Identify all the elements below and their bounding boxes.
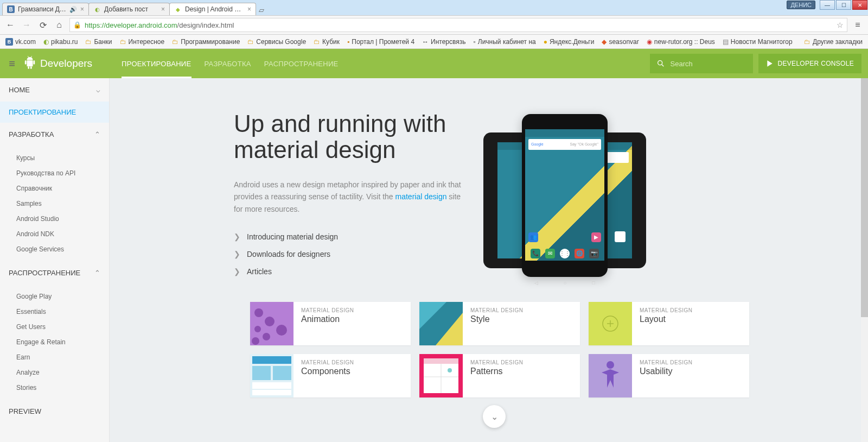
brand[interactable]: Developers [24, 55, 92, 72]
chrome-menu-button[interactable]: ≡ [852, 20, 864, 30]
app-icon: ✉ [545, 249, 555, 258]
sidebar-item[interactable]: Android Studio [0, 211, 109, 226]
nav-design[interactable]: ПРОЕКТИРОВАНИЕ [122, 49, 191, 78]
svg-line-8 [662, 65, 663, 66]
pikabu-icon: ◐ [93, 5, 101, 13]
developer-console-button[interactable]: DEVELOPER CONSOLE [758, 54, 861, 73]
minimize-button[interactable]: — [820, 0, 835, 10]
sidebar-home[interactable]: HOME ⌵ [0, 78, 109, 102]
bookmark-item[interactable]: ◆seasonvar [599, 37, 641, 47]
sidebar-item[interactable]: Earn [0, 350, 109, 365]
sidebar-item[interactable]: Android NDK [0, 226, 109, 242]
hero-link[interactable]: ❯Downloads for designers [234, 245, 467, 263]
browser-tab-active[interactable]: ◆ Design | Android Develop × [169, 3, 256, 15]
sidebar-distribute-head[interactable]: РАСПРОСТРАНЕНИЕ ⌃ [0, 261, 109, 285]
maximize-button[interactable]: ☐ [836, 0, 851, 10]
page-icon: ▪ [347, 38, 349, 46]
sidebar-active-item[interactable]: ПРОЕКТИРОВАНИЕ [0, 102, 109, 123]
hero-link[interactable]: ❯Articles [234, 263, 467, 280]
svg-rect-31 [424, 358, 458, 364]
hero-link[interactable]: ❯Introducing material design [234, 228, 467, 245]
reload-button[interactable]: ⟳ [37, 19, 49, 31]
forward-button[interactable]: → [21, 19, 33, 31]
sidebar-item[interactable]: Analyze [0, 365, 109, 380]
chevron-right-icon: ❯ [234, 267, 240, 276]
material-design-link[interactable]: material design [395, 192, 447, 201]
browser-tab[interactable]: ◐ Добавить пост × [88, 3, 170, 15]
card-components[interactable]: MATERIAL DESIGNComponents [250, 354, 411, 397]
site-header: ≡ Developers ПРОЕКТИРОВАНИЕ РАЗРАБОТКА Р… [0, 49, 868, 78]
close-button[interactable]: ✕ [852, 0, 867, 10]
browser-tab[interactable]: B Грамзаписи Дениса С 🔊 × [2, 3, 89, 15]
sidebar-item[interactable]: Курсы [0, 150, 109, 166]
card-patterns[interactable]: MATERIAL DESIGNPatterns [419, 354, 580, 397]
tab-close-icon[interactable]: × [80, 5, 84, 13]
card-usability[interactable]: MATERIAL DESIGNUsability [589, 354, 749, 397]
hero-title: Up and running with material design [234, 111, 467, 163]
app-icon: ⋮⋮ [560, 249, 570, 258]
bookmark-item[interactable]: ◉new-rutor.org :: Deus [644, 37, 717, 47]
nav-develop[interactable]: РАЗРАБОТКА [205, 49, 251, 78]
bookmark-item[interactable]: 🗀Банки [83, 37, 114, 47]
sidebar-item[interactable]: Essentials [0, 304, 109, 319]
bookmark-item[interactable]: Bvk.com [3, 37, 38, 47]
bookmark-item[interactable]: ▫Личный кабинет на [471, 37, 538, 47]
search-box[interactable]: Search [650, 54, 753, 73]
sidebar-item[interactable]: Google Play [0, 289, 109, 304]
scrollbar-thumb[interactable] [861, 78, 868, 317]
svg-point-10 [254, 308, 263, 317]
sidebar: HOME ⌵ ПРОЕКТИРОВАНИЕ РАЗРАБОТКА ⌃ Курсы… [0, 49, 110, 442]
tab-close-icon[interactable]: × [161, 5, 165, 13]
sidebar-preview[interactable]: PREVIEW [0, 400, 109, 423]
folder-icon: 🗀 [120, 38, 126, 46]
scroll-down-button[interactable]: ⌄ [483, 405, 506, 428]
bookmark-item[interactable]: ▪Портал | Прометей 4 [345, 37, 417, 47]
page-icon: ▫ [474, 38, 476, 46]
card-layout[interactable]: MATERIAL DESIGNLayout [589, 302, 749, 345]
browser-tabs: B Грамзаписи Дениса С 🔊 × ◐ Добавить пос… [0, 0, 868, 15]
card-animation[interactable]: MATERIAL DESIGNAnimation [250, 302, 411, 345]
sidebar-item[interactable]: Справочник [0, 181, 109, 196]
home-button[interactable]: ⌂ [53, 19, 65, 31]
sidebar-develop-head[interactable]: РАЗРАБОТКА ⌃ [0, 123, 109, 146]
bookmarks-bar: Bvk.com ◐pikabu.ru 🗀Банки 🗀Интересное 🗀П… [0, 35, 868, 49]
sidebar-item[interactable]: Samples [0, 196, 109, 211]
svg-point-14 [263, 333, 270, 340]
bookmark-item[interactable]: 🗀Программирование [170, 37, 242, 47]
address-bar[interactable]: 🔒 https://developer.android.com/design/i… [69, 18, 847, 32]
hamburger-button[interactable]: ≡ [0, 58, 24, 70]
card-style[interactable]: MATERIAL DESIGNStyle [419, 302, 580, 345]
other-bookmarks-button[interactable]: 🗀Другие закладки [802, 37, 865, 47]
page-scrollbar[interactable] [861, 78, 868, 442]
tab-audio-icon[interactable]: 🔊 [69, 6, 77, 13]
bookmark-item[interactable]: ◐pikabu.ru [41, 37, 80, 47]
folder-icon: 🗀 [247, 38, 254, 46]
bookmark-item[interactable]: 🗀Интересное [118, 37, 167, 47]
sidebar-item[interactable]: Google Services [0, 242, 109, 257]
back-button[interactable]: ← [4, 19, 16, 31]
tab-title: Добавить пост [104, 5, 158, 13]
sidebar-item[interactable]: Stories [0, 380, 109, 395]
hero-lead: Android uses a new design metaphor inspi… [234, 179, 467, 215]
hero-devices-image: Google ▶ ⋮⋮ ▶ GoogleSay "Ok Google" 👥 [478, 111, 652, 280]
bookmark-item[interactable]: ●Яндекс.Деньги [541, 37, 597, 47]
window-chrome: ДЕНИС — ☐ ✕ [786, 0, 868, 10]
bookmark-item[interactable]: 🗀Кубик [311, 37, 342, 47]
bookmark-item[interactable]: 🗀Сервисы Google [245, 37, 308, 47]
svg-rect-0 [27, 60, 33, 66]
tab-close-icon[interactable]: × [247, 5, 251, 13]
bookmark-item[interactable]: ▤Новости Магнитогор [720, 37, 795, 47]
top-nav: ПРОЕКТИРОВАНИЕ РАЗРАБОТКА РАСПРОСТРАНЕНИ… [122, 49, 338, 78]
sidebar-item[interactable]: Get Users [0, 319, 109, 334]
app-icon: 🌐 [575, 249, 584, 258]
username-box[interactable]: ДЕНИС [787, 1, 815, 9]
bookmark-item[interactable]: ↔Интерсвязь [420, 37, 468, 47]
nav-distribute[interactable]: РАСПРОСТРАНЕНИЕ [264, 49, 339, 78]
bookmark-star-icon[interactable]: ☆ [837, 21, 844, 29]
new-tab-button[interactable]: ▱ [256, 4, 267, 15]
folder-icon: 🗀 [172, 38, 178, 46]
sidebar-item[interactable]: Engage & Retain [0, 334, 109, 350]
browser-toolbar: ← → ⟳ ⌂ 🔒 https://developer.android.com/… [0, 15, 868, 35]
card-thumb-patterns [419, 354, 463, 397]
sidebar-item[interactable]: Руководства по API [0, 166, 109, 181]
